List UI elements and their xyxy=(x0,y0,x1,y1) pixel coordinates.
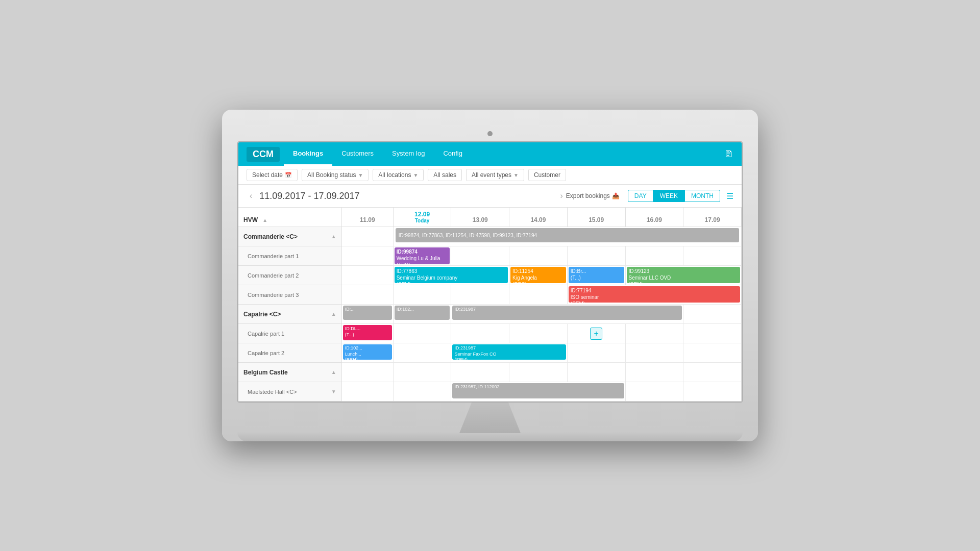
c3-t3[interactable] xyxy=(451,285,509,305)
mh-t1[interactable] xyxy=(341,382,393,402)
commanderie-part3-label: Commanderie part 3 xyxy=(238,285,341,305)
event-id-small[interactable]: ID:... xyxy=(343,306,392,320)
prev-week-button[interactable]: ‹ xyxy=(247,191,255,201)
maelstede-label[interactable]: Maelstede Hall <C> ▼ xyxy=(238,382,341,402)
belgium-castle-collapse-icon[interactable]: ▲ xyxy=(331,369,336,375)
customer-filter[interactable]: Customer xyxy=(528,169,566,181)
day-view-button[interactable]: DAY xyxy=(628,190,653,202)
commanderie-group-label[interactable]: Commanderie <C> ▲ xyxy=(238,227,341,246)
export-bookings-button[interactable]: Export bookings 📤 xyxy=(566,192,620,199)
cp2-t2[interactable] xyxy=(393,343,451,363)
bc-t1[interactable] xyxy=(341,363,393,382)
mh-t2[interactable] xyxy=(393,382,451,402)
c3-t2[interactable] xyxy=(393,285,451,305)
c3-t1[interactable] xyxy=(341,285,393,305)
add-booking-button[interactable]: + xyxy=(590,328,602,340)
hvw-collapse-icon[interactable]: ▲ xyxy=(262,217,267,223)
event-lunch[interactable]: ID:102... Lunch... (BRH) xyxy=(343,344,392,360)
bc-t3[interactable] xyxy=(451,363,509,382)
c2-t6[interactable]: ID:99123 Seminar LLC OVD (SEM) xyxy=(625,266,741,285)
time-header-row: HVW ▲ 11.09 12.09 Today 13.09 14.09 15.0… xyxy=(238,208,742,227)
time-1209: 12.09 Today xyxy=(393,208,451,227)
c1-t5[interactable] xyxy=(567,246,625,266)
event-types-filter[interactable]: All event types ▼ xyxy=(466,169,524,181)
event-maelstede[interactable]: ID:231987, ID:112002 xyxy=(452,383,624,398)
cap-g-t1[interactable]: ID:... xyxy=(341,305,393,324)
list-view-icon[interactable]: ☰ xyxy=(726,191,733,201)
cp2-t3[interactable]: ID:231987 Seminar FaxFox CO (SEM) xyxy=(451,343,567,363)
nav-config[interactable]: Config xyxy=(434,142,472,166)
nav-system-log[interactable]: System log xyxy=(383,142,434,166)
cp1-t5[interactable]: + xyxy=(567,324,625,343)
event-seminar-llc[interactable]: ID:99123 Seminar LLC OVD (SEM) xyxy=(627,267,740,283)
event-wedding[interactable]: ID:99874 Wedding Lu & Julia (TPO) xyxy=(395,247,450,264)
c1-t1[interactable] xyxy=(341,246,393,266)
locations-filter[interactable]: All locations ▼ xyxy=(373,169,424,181)
sales-filter[interactable]: All sales xyxy=(428,169,462,181)
calendar-header: ‹ 11.09.2017 - 17.09.2017 › Export booki… xyxy=(238,185,742,208)
monitor-camera xyxy=(237,125,743,141)
time-1509: 15.09 xyxy=(567,208,625,227)
c2-t4[interactable]: ID:11254 Kig Angela (RPO) xyxy=(509,266,568,285)
belgium-castle-label[interactable]: Belgium Castle ▲ xyxy=(238,363,341,382)
chevron-down-icon: ▼ xyxy=(358,172,363,178)
commanderie-collapse-icon[interactable]: ▲ xyxy=(331,234,336,239)
event-kig-angela[interactable]: ID:11254 Kig Angela (RPO) xyxy=(510,267,566,283)
cap-g-t7[interactable] xyxy=(683,305,742,324)
chevron-down-icon: ▼ xyxy=(513,172,519,178)
capalrie-group-label[interactable]: Capalrie <C> ▲ xyxy=(238,305,341,324)
date-filter[interactable]: Select date 📅 xyxy=(247,169,298,181)
cp1-t4[interactable] xyxy=(509,324,568,343)
commanderie-group-event-bar[interactable]: ID:99874, ID:77863, ID:11254, ID:47598, … xyxy=(396,228,739,242)
c2-t5[interactable]: ID:Br... (T...) xyxy=(567,266,625,285)
c1-t4[interactable] xyxy=(509,246,568,266)
cp1-t3[interactable] xyxy=(451,324,509,343)
mh-t6[interactable] xyxy=(625,382,683,402)
c1-t3[interactable] xyxy=(451,246,509,266)
event-br[interactable]: ID:Br... (T...) xyxy=(569,267,624,283)
event-iso-seminar[interactable]: ID:77194 ISO seminar (SEM) xyxy=(569,286,740,303)
c3-t4[interactable] xyxy=(509,285,568,305)
cp1-t6[interactable] xyxy=(625,324,683,343)
cap-g-t3[interactable]: ID:231987 xyxy=(451,305,683,324)
c2-t2[interactable]: ID:77863 Seminar Belgium company (SEM) xyxy=(393,266,509,285)
event-seminar-faxfox[interactable]: ID:231987 Seminar FaxFox CO (SEM) xyxy=(452,344,566,360)
bc-t6[interactable] xyxy=(625,363,683,382)
maelstede-row: Maelstede Hall <C> ▼ ID:231987, ID:11200… xyxy=(238,382,742,402)
bc-t2[interactable] xyxy=(393,363,451,382)
c1-t6[interactable] xyxy=(625,246,683,266)
cp2-t6[interactable] xyxy=(625,343,683,363)
commanderie-group-t1[interactable] xyxy=(341,227,393,246)
next-week-button[interactable]: › xyxy=(557,191,566,201)
nav-export-icon[interactable]: 🖹 xyxy=(724,149,733,160)
event-id102[interactable]: ID:102... xyxy=(395,306,450,320)
c1-t7[interactable] xyxy=(683,246,742,266)
cp1-t1[interactable]: ID:DL... (T...) xyxy=(341,324,393,343)
bc-t5[interactable] xyxy=(567,363,625,382)
mh-t7[interactable] xyxy=(683,382,742,402)
month-view-button[interactable]: MONTH xyxy=(684,190,720,202)
maelstede-expand-icon[interactable]: ▼ xyxy=(331,389,336,394)
c3-t5[interactable]: ID:77194 ISO seminar (SEM) xyxy=(567,285,741,305)
bc-t7[interactable] xyxy=(683,363,742,382)
nav-bookings[interactable]: Bookings xyxy=(284,142,332,166)
event-seminar-belgium[interactable]: ID:77863 Seminar Belgium company (SEM) xyxy=(395,267,508,283)
cp1-t7[interactable] xyxy=(683,324,742,343)
cp2-t5[interactable] xyxy=(567,343,625,363)
cap-g-t2[interactable]: ID:102... xyxy=(393,305,451,324)
nav-customers[interactable]: Customers xyxy=(332,142,383,166)
event-dl[interactable]: ID:DL... (T...) xyxy=(343,325,392,340)
bc-t4[interactable] xyxy=(509,363,568,382)
cp2-t1[interactable]: ID:102... Lunch... (BRH) xyxy=(341,343,393,363)
schedule-table: HVW ▲ 11.09 12.09 Today 13.09 14.09 15.0… xyxy=(238,208,742,402)
mh-t3[interactable]: ID:231987, ID:112002 xyxy=(451,382,625,402)
booking-status-filter[interactable]: All Booking status ▼ xyxy=(302,169,369,181)
week-view-button[interactable]: WEEK xyxy=(653,190,684,202)
c1-t2[interactable]: ID:99874 Wedding Lu & Julia (TPO) xyxy=(393,246,451,266)
c2-t1[interactable] xyxy=(341,266,393,285)
capalrie-collapse-icon[interactable]: ▲ xyxy=(331,311,336,317)
cp1-t2[interactable] xyxy=(393,324,451,343)
cp2-t7[interactable] xyxy=(683,343,742,363)
commanderie-group-events[interactable]: ID:99874, ID:77863, ID:11254, ID:47598, … xyxy=(393,227,741,246)
event-id231987[interactable]: ID:231987 xyxy=(452,306,682,320)
